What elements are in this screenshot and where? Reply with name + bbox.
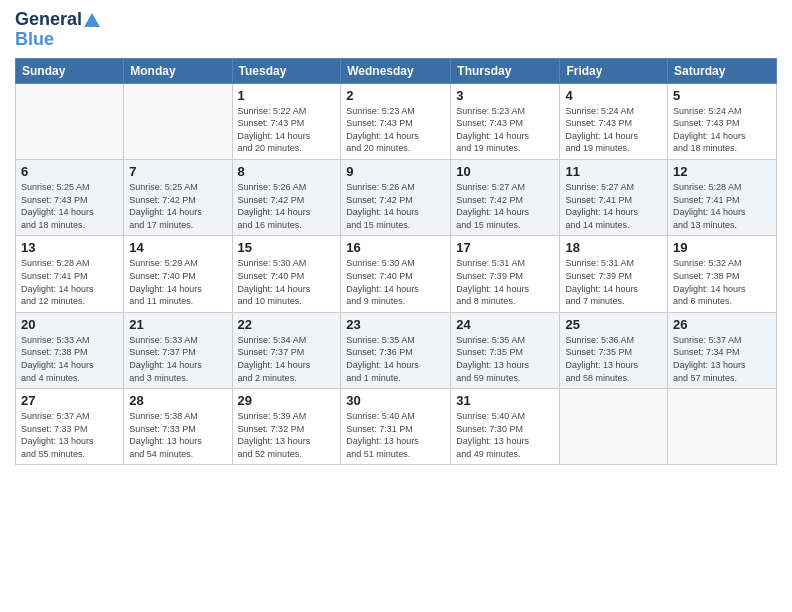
day-info: Sunrise: 5:23 AM Sunset: 7:43 PM Dayligh… (346, 105, 445, 155)
calendar-cell: 3Sunrise: 5:23 AM Sunset: 7:43 PM Daylig… (451, 83, 560, 159)
weekday-header-tuesday: Tuesday (232, 58, 341, 83)
day-info: Sunrise: 5:39 AM Sunset: 7:32 PM Dayligh… (238, 410, 336, 460)
day-info: Sunrise: 5:31 AM Sunset: 7:39 PM Dayligh… (565, 257, 662, 307)
logo-text-general: General (15, 10, 82, 30)
calendar-cell: 17Sunrise: 5:31 AM Sunset: 7:39 PM Dayli… (451, 236, 560, 312)
day-number: 10 (456, 164, 554, 179)
day-info: Sunrise: 5:31 AM Sunset: 7:39 PM Dayligh… (456, 257, 554, 307)
calendar-cell: 21Sunrise: 5:33 AM Sunset: 7:37 PM Dayli… (124, 312, 232, 388)
day-number: 14 (129, 240, 226, 255)
day-number: 11 (565, 164, 662, 179)
day-number: 18 (565, 240, 662, 255)
day-number: 12 (673, 164, 771, 179)
day-number: 25 (565, 317, 662, 332)
calendar-week-row: 27Sunrise: 5:37 AM Sunset: 7:33 PM Dayli… (16, 389, 777, 465)
day-info: Sunrise: 5:30 AM Sunset: 7:40 PM Dayligh… (346, 257, 445, 307)
day-info: Sunrise: 5:35 AM Sunset: 7:35 PM Dayligh… (456, 334, 554, 384)
header: General Blue (15, 10, 777, 50)
day-number: 23 (346, 317, 445, 332)
day-info: Sunrise: 5:37 AM Sunset: 7:33 PM Dayligh… (21, 410, 118, 460)
calendar-cell: 2Sunrise: 5:23 AM Sunset: 7:43 PM Daylig… (341, 83, 451, 159)
calendar-cell: 19Sunrise: 5:32 AM Sunset: 7:38 PM Dayli… (668, 236, 777, 312)
day-info: Sunrise: 5:36 AM Sunset: 7:35 PM Dayligh… (565, 334, 662, 384)
calendar-week-row: 6Sunrise: 5:25 AM Sunset: 7:43 PM Daylig… (16, 159, 777, 235)
day-info: Sunrise: 5:33 AM Sunset: 7:38 PM Dayligh… (21, 334, 118, 384)
day-info: Sunrise: 5:24 AM Sunset: 7:43 PM Dayligh… (673, 105, 771, 155)
day-number: 13 (21, 240, 118, 255)
calendar-cell: 5Sunrise: 5:24 AM Sunset: 7:43 PM Daylig… (668, 83, 777, 159)
day-number: 28 (129, 393, 226, 408)
day-number: 3 (456, 88, 554, 103)
day-info: Sunrise: 5:30 AM Sunset: 7:40 PM Dayligh… (238, 257, 336, 307)
day-number: 9 (346, 164, 445, 179)
calendar-cell: 9Sunrise: 5:26 AM Sunset: 7:42 PM Daylig… (341, 159, 451, 235)
day-info: Sunrise: 5:27 AM Sunset: 7:41 PM Dayligh… (565, 181, 662, 231)
logo-triangle-icon (84, 13, 100, 27)
day-number: 29 (238, 393, 336, 408)
calendar-cell: 18Sunrise: 5:31 AM Sunset: 7:39 PM Dayli… (560, 236, 668, 312)
logo: General Blue (15, 10, 100, 50)
day-number: 6 (21, 164, 118, 179)
calendar-header-row: SundayMondayTuesdayWednesdayThursdayFrid… (16, 58, 777, 83)
day-info: Sunrise: 5:25 AM Sunset: 7:43 PM Dayligh… (21, 181, 118, 231)
day-number: 24 (456, 317, 554, 332)
day-number: 21 (129, 317, 226, 332)
calendar-cell: 25Sunrise: 5:36 AM Sunset: 7:35 PM Dayli… (560, 312, 668, 388)
day-number: 1 (238, 88, 336, 103)
calendar-cell: 11Sunrise: 5:27 AM Sunset: 7:41 PM Dayli… (560, 159, 668, 235)
day-number: 16 (346, 240, 445, 255)
day-info: Sunrise: 5:25 AM Sunset: 7:42 PM Dayligh… (129, 181, 226, 231)
calendar-cell (16, 83, 124, 159)
calendar-cell: 6Sunrise: 5:25 AM Sunset: 7:43 PM Daylig… (16, 159, 124, 235)
calendar-cell: 28Sunrise: 5:38 AM Sunset: 7:33 PM Dayli… (124, 389, 232, 465)
day-number: 7 (129, 164, 226, 179)
day-number: 20 (21, 317, 118, 332)
weekday-header-friday: Friday (560, 58, 668, 83)
day-info: Sunrise: 5:38 AM Sunset: 7:33 PM Dayligh… (129, 410, 226, 460)
calendar-week-row: 20Sunrise: 5:33 AM Sunset: 7:38 PM Dayli… (16, 312, 777, 388)
day-info: Sunrise: 5:33 AM Sunset: 7:37 PM Dayligh… (129, 334, 226, 384)
calendar-cell: 22Sunrise: 5:34 AM Sunset: 7:37 PM Dayli… (232, 312, 341, 388)
calendar-week-row: 1Sunrise: 5:22 AM Sunset: 7:43 PM Daylig… (16, 83, 777, 159)
weekday-header-wednesday: Wednesday (341, 58, 451, 83)
logo-text-blue: Blue (15, 30, 54, 50)
day-number: 30 (346, 393, 445, 408)
calendar-cell: 23Sunrise: 5:35 AM Sunset: 7:36 PM Dayli… (341, 312, 451, 388)
day-info: Sunrise: 5:40 AM Sunset: 7:30 PM Dayligh… (456, 410, 554, 460)
calendar-cell: 1Sunrise: 5:22 AM Sunset: 7:43 PM Daylig… (232, 83, 341, 159)
day-number: 17 (456, 240, 554, 255)
day-number: 8 (238, 164, 336, 179)
day-info: Sunrise: 5:23 AM Sunset: 7:43 PM Dayligh… (456, 105, 554, 155)
calendar-cell: 8Sunrise: 5:26 AM Sunset: 7:42 PM Daylig… (232, 159, 341, 235)
day-info: Sunrise: 5:29 AM Sunset: 7:40 PM Dayligh… (129, 257, 226, 307)
weekday-header-thursday: Thursday (451, 58, 560, 83)
day-info: Sunrise: 5:26 AM Sunset: 7:42 PM Dayligh… (238, 181, 336, 231)
weekday-header-monday: Monday (124, 58, 232, 83)
calendar-cell: 13Sunrise: 5:28 AM Sunset: 7:41 PM Dayli… (16, 236, 124, 312)
calendar-week-row: 13Sunrise: 5:28 AM Sunset: 7:41 PM Dayli… (16, 236, 777, 312)
day-number: 27 (21, 393, 118, 408)
weekday-header-saturday: Saturday (668, 58, 777, 83)
day-number: 15 (238, 240, 336, 255)
page: General Blue SundayMondayTuesdayWednesda… (0, 0, 792, 612)
weekday-header-sunday: Sunday (16, 58, 124, 83)
calendar-cell: 29Sunrise: 5:39 AM Sunset: 7:32 PM Dayli… (232, 389, 341, 465)
day-info: Sunrise: 5:26 AM Sunset: 7:42 PM Dayligh… (346, 181, 445, 231)
calendar-cell: 26Sunrise: 5:37 AM Sunset: 7:34 PM Dayli… (668, 312, 777, 388)
day-info: Sunrise: 5:35 AM Sunset: 7:36 PM Dayligh… (346, 334, 445, 384)
day-info: Sunrise: 5:40 AM Sunset: 7:31 PM Dayligh… (346, 410, 445, 460)
calendar-cell: 16Sunrise: 5:30 AM Sunset: 7:40 PM Dayli… (341, 236, 451, 312)
calendar-cell: 24Sunrise: 5:35 AM Sunset: 7:35 PM Dayli… (451, 312, 560, 388)
day-number: 5 (673, 88, 771, 103)
calendar-cell: 10Sunrise: 5:27 AM Sunset: 7:42 PM Dayli… (451, 159, 560, 235)
calendar-cell (560, 389, 668, 465)
day-number: 2 (346, 88, 445, 103)
calendar-cell: 12Sunrise: 5:28 AM Sunset: 7:41 PM Dayli… (668, 159, 777, 235)
day-info: Sunrise: 5:28 AM Sunset: 7:41 PM Dayligh… (21, 257, 118, 307)
calendar-cell: 7Sunrise: 5:25 AM Sunset: 7:42 PM Daylig… (124, 159, 232, 235)
calendar-cell: 30Sunrise: 5:40 AM Sunset: 7:31 PM Dayli… (341, 389, 451, 465)
day-info: Sunrise: 5:28 AM Sunset: 7:41 PM Dayligh… (673, 181, 771, 231)
calendar-cell: 14Sunrise: 5:29 AM Sunset: 7:40 PM Dayli… (124, 236, 232, 312)
day-info: Sunrise: 5:34 AM Sunset: 7:37 PM Dayligh… (238, 334, 336, 384)
day-info: Sunrise: 5:24 AM Sunset: 7:43 PM Dayligh… (565, 105, 662, 155)
